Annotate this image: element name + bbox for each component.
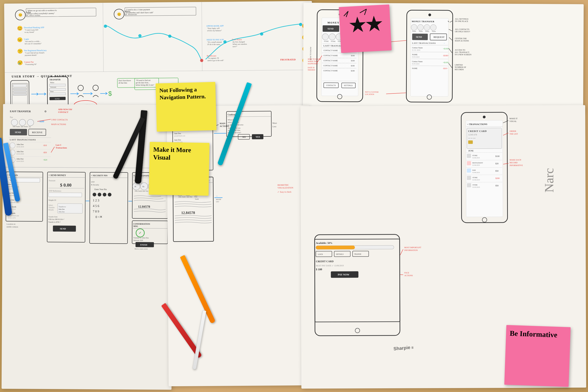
svg-text:LAST TRANSACTIONS: LAST TRANSACTIONS	[412, 42, 436, 44]
svg-text:MAIN ACTIONS: MAIN ACTIONS	[455, 40, 469, 42]
svg-point-142	[424, 24, 430, 30]
svg-rect-431	[316, 246, 355, 250]
svg-text:LOCK: LOCK	[318, 253, 323, 255]
svg-text:FINISH: FINISH	[140, 244, 147, 246]
svg-line-232	[51, 147, 54, 152]
svg-text:$100: $100	[496, 155, 500, 157]
svg-text:12.84578: 12.84578	[181, 210, 195, 214]
svg-text:30, office worker: 30, office worker	[26, 14, 40, 16]
svg-rect-68	[50, 84, 66, 86]
svg-point-32	[104, 24, 107, 28]
svg-text:$50: $50	[496, 184, 499, 187]
svg-point-444	[355, 328, 360, 333]
svg-point-56	[223, 40, 226, 44]
svg-text:STORE: STORE	[472, 184, 478, 186]
svg-point-216	[10, 142, 15, 148]
svg-text:now?": now?"	[233, 46, 238, 48]
svg-text:OPENS BANK APP: OPENS BANK APP	[206, 25, 224, 27]
svg-line-193	[386, 93, 406, 94]
svg-text:the fees changed: the fees changed	[232, 41, 244, 43]
svg-line-280	[90, 178, 128, 178]
svg-text:MODIF: MODIF	[216, 199, 222, 200]
svg-text:John Smith: John Smith	[13, 126, 20, 128]
svg-text:Jane Doe: Jane Doe	[174, 139, 181, 141]
svg-text:CONFIRMATION: CONFIRMATION	[133, 223, 150, 225]
svg-text:More: More	[272, 122, 277, 124]
svg-text:"Frustrating NI": "Frustrating NI"	[25, 64, 37, 66]
svg-text:John Doe: John Doe	[58, 208, 65, 210]
svg-point-287	[108, 193, 112, 196]
svg-text:"Easy login, will: "Easy login, will	[207, 27, 220, 30]
svg-text:SETTINGS: SETTINGS	[344, 84, 352, 86]
svg-text:need to go to the web": need to go to the web"	[208, 60, 224, 62]
svg-text:"I'll need to find out: "I'll need to find out	[136, 79, 151, 82]
svg-text:hard to collect everybody's mo: hard to collect everybody's money"	[27, 12, 55, 15]
svg-text:Location on: Location on	[6, 223, 15, 225]
svg-rect-125	[342, 83, 355, 88]
svg-text:INFORMATION: INFORMATION	[404, 249, 418, 251]
svg-text:Jane Doe: Jane Doe	[174, 132, 181, 134]
svg-text:Last 3: Last 3	[56, 144, 61, 146]
svg-text:CONTACT NAME: CONTACT NAME	[324, 70, 338, 72]
svg-text:Jane Smith: Jane Smith	[21, 126, 28, 128]
paper-bottom-left: EASY TRANSFER ⚙ ADD NEW FAV CONTACT Pay …	[2, 104, 173, 390]
svg-text:Simple UI: Simple UI	[48, 199, 56, 201]
svg-text:Amount: Amount	[50, 86, 56, 88]
svg-line-245	[7, 198, 42, 198]
svg-text:RECEIVE: RECEIVE	[32, 131, 43, 134]
svg-rect-61	[13, 88, 26, 90]
svg-line-110	[322, 53, 357, 53]
svg-text:HAPPENED?: HAPPENED?	[308, 63, 318, 65]
svg-text:MAKE EACH: MAKE EACH	[510, 159, 521, 161]
svg-line-166	[412, 66, 448, 66]
svg-text:+$20: +$20	[43, 159, 47, 161]
svg-text:John Doe: John Doe	[16, 143, 24, 145]
svg-text:payment details": payment details"	[25, 54, 37, 56]
svg-rect-276	[53, 226, 76, 232]
svg-rect-278	[90, 172, 128, 244]
svg-text:MONEY TRANSFER: MONEY TRANSFER	[412, 20, 434, 23]
svg-text:$100: $100	[351, 55, 355, 57]
svg-text:TRANSF.: TRANSF.	[354, 253, 362, 255]
svg-text:$20: $20	[496, 162, 499, 165]
svg-text:NEED TO PAY A/W: NEED TO PAY A/W	[206, 38, 224, 41]
svg-text:$ 100: $ 100	[316, 268, 322, 271]
svg-text:ACTIONS: ACTIONS	[404, 274, 413, 276]
svg-line-119	[322, 68, 357, 68]
svg-text:JS: JS	[134, 186, 136, 188]
svg-rect-430	[316, 246, 394, 250]
svg-text:Transfer from:: Transfer from:	[48, 216, 58, 218]
svg-line-450	[400, 275, 403, 275]
svg-text:Name: Name	[426, 30, 429, 32]
svg-text:YES: YES	[256, 136, 260, 138]
svg-rect-403	[467, 168, 471, 173]
svg-rect-354	[252, 134, 264, 139]
svg-text:let's see if I remember": let's see if I remember"	[24, 42, 42, 45]
svg-text:CREDIT CARD: CREDIT CARD	[316, 260, 334, 263]
svg-text:+$100>: +$100>	[443, 48, 449, 50]
svg-text:-$50: -$50	[43, 151, 47, 154]
svg-text:😊: 😊	[17, 26, 23, 31]
svg-rect-14	[125, 7, 196, 16]
svg-text:Tb: Tb	[142, 186, 144, 188]
svg-text:VISUAL: VISUAL	[510, 120, 516, 122]
svg-rect-209	[10, 129, 27, 135]
svg-text:01/01/2019: 01/01/2019	[412, 56, 420, 58]
svg-text:😊: 😊	[18, 13, 22, 17]
svg-text:1  2  3: 1 2 3	[93, 199, 99, 202]
svg-rect-436	[352, 251, 369, 256]
svg-text:ALL SETTINGS: ALL SETTINGS	[455, 18, 468, 20]
svg-rect-434	[334, 251, 350, 256]
svg-rect-257	[47, 172, 86, 242]
svg-text:FACE: FACE	[404, 272, 409, 274]
sticky-visual: Make it More Visual	[149, 142, 210, 196]
svg-text:all that data: all that data	[118, 82, 127, 84]
svg-text:01/01/2019: 01/01/2019	[412, 63, 420, 65]
svg-text:SEND: SEND	[328, 27, 334, 30]
svg-text:NOT A CUSTOM: NOT A CUSTOM	[365, 91, 378, 93]
svg-text:-$10>: -$10>	[443, 67, 448, 70]
svg-text:RECORDS: RECORDS	[455, 68, 464, 70]
svg-point-200	[19, 119, 26, 126]
svg-text:get the data from...: get the data from...	[136, 82, 150, 84]
svg-line-172	[450, 21, 452, 22]
